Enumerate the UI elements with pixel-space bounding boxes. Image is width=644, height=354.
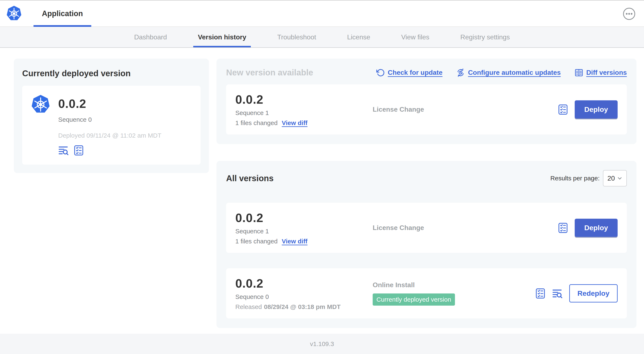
new-version-card: 0.0.2 Sequence 1 1 files changed View di…: [226, 84, 627, 135]
preflight-checklist-icon[interactable]: [535, 288, 546, 299]
chevron-down-icon: [617, 176, 622, 181]
redeploy-button[interactable]: Redeploy: [569, 284, 618, 302]
version-info: 0.0.2 Sequence 1 1 files changed View di…: [235, 92, 373, 127]
version-actions: Redeploy: [535, 284, 618, 302]
version-actions: Deploy: [558, 100, 618, 119]
released-date: 08/29/24 @ 03:18 pm MDT: [264, 303, 341, 310]
page-footer: v1.109.3: [0, 334, 644, 354]
overflow-menu-button[interactable]: [623, 7, 636, 20]
deploy-button[interactable]: Deploy: [575, 219, 618, 237]
deploy-button[interactable]: Deploy: [575, 100, 618, 119]
preflight-checklist-icon[interactable]: [73, 145, 84, 156]
kubernetes-logo-icon: [30, 95, 51, 115]
version-sequence: Sequence 1: [235, 228, 373, 235]
source-label: License Change: [373, 106, 424, 113]
tab-version-history[interactable]: Version history: [193, 27, 251, 47]
version-number: 0.0.2: [235, 92, 373, 106]
new-version-title: New version available: [226, 68, 313, 77]
version-history-page: Application Dashboard Version history Tr…: [0, 0, 644, 354]
tab-registry-settings[interactable]: Registry settings: [456, 27, 514, 47]
configure-automatic-updates-label: Configure automatic updates: [468, 69, 561, 77]
ellipsis-circle-icon: [623, 7, 636, 20]
version-number: 0.0.2: [235, 211, 373, 225]
preflight-checklist-icon[interactable]: [558, 104, 568, 115]
version-source: Online Install Currently deployed versio…: [373, 281, 535, 306]
deployed-timestamp: Deployed 09/11/24 @ 11:02 am MDT: [58, 132, 162, 139]
version-source: License Change: [373, 106, 558, 113]
version-row: 0.0.2 Sequence 1 1 files changed View di…: [226, 203, 627, 253]
released-timestamp: Released08/29/24 @ 03:18 pm MDT: [235, 303, 373, 310]
version-sequence: Sequence 1: [235, 109, 373, 117]
version-sequence: Sequence 0: [235, 293, 373, 300]
tab-view-files[interactable]: View files: [396, 27, 434, 47]
source-label: License Change: [373, 224, 424, 231]
preflight-checklist-icon[interactable]: [558, 222, 568, 233]
deployed-version-number: 0.0.2: [58, 97, 162, 111]
results-per-page-control: Results per page: 20: [550, 170, 627, 186]
version-source: License Change: [373, 224, 558, 232]
currently-deployed-title: Currently deployed version: [22, 69, 200, 78]
version-info: 0.0.2 Sequence 0 Released08/29/24 @ 03:1…: [235, 276, 373, 310]
currently-deployed-card: 0.0.2 Sequence 0 Deployed 09/11/24 @ 11:…: [22, 86, 200, 165]
deployed-card-actions: [58, 145, 162, 156]
tab-label: License: [347, 33, 370, 41]
update-actions: Check for update Configure automatic upd…: [376, 68, 627, 77]
files-changed-row: 1 files changed View diff: [235, 119, 373, 127]
view-diff-link[interactable]: View diff: [282, 119, 308, 127]
results-per-page-select[interactable]: 20: [603, 170, 627, 186]
deployed-version-details: 0.0.2 Sequence 0 Deployed 09/11/24 @ 11:…: [58, 95, 162, 156]
tab-troubleshoot[interactable]: Troubleshoot: [272, 27, 321, 47]
tab-label: Troubleshoot: [277, 33, 316, 41]
tab-label: Dashboard: [134, 33, 167, 41]
diff-icon: [574, 68, 583, 77]
currently-deployed-badge: Currently deployed version: [373, 293, 455, 306]
app-tab-label: Application: [42, 9, 83, 18]
app-tab-active-underline: [34, 25, 91, 27]
configure-automatic-updates-link[interactable]: Configure automatic updates: [456, 68, 561, 77]
source-label: Online Install: [373, 281, 415, 289]
version-number: 0.0.2: [235, 276, 373, 290]
tab-label: View files: [401, 33, 430, 41]
top-bar: Application: [0, 0, 644, 27]
diff-versions-link[interactable]: Diff versions: [574, 68, 627, 77]
console-version: v1.109.3: [310, 340, 334, 347]
version-actions: Deploy: [558, 219, 618, 237]
right-column: New version available Check for update C…: [216, 59, 636, 328]
new-version-panel-head: New version available Check for update C…: [226, 68, 627, 77]
view-logs-icon[interactable]: [58, 145, 69, 156]
tab-license[interactable]: License: [342, 27, 375, 47]
version-info: 0.0.2 Sequence 1 1 files changed View di…: [235, 211, 373, 245]
deployed-sequence: Sequence 0: [58, 116, 162, 123]
diff-versions-label: Diff versions: [586, 69, 627, 77]
tab-label: Version history: [198, 33, 246, 41]
app-tab[interactable]: Application: [34, 1, 91, 26]
all-versions-panel-head: All versions Results per page: 20: [226, 170, 627, 186]
version-rows: 0.0.2 Sequence 1 1 files changed View di…: [226, 196, 627, 318]
view-logs-icon[interactable]: [552, 288, 563, 299]
tab-dashboard[interactable]: Dashboard: [130, 27, 172, 47]
all-versions-title: All versions: [226, 174, 274, 183]
refresh-icon: [376, 68, 385, 77]
tab-label: Registry settings: [460, 33, 510, 41]
view-diff-link[interactable]: View diff: [282, 238, 308, 245]
version-row: 0.0.2 Sequence 0 Released08/29/24 @ 03:1…: [226, 268, 627, 318]
main-content: Currently deployed version 0.0.2 Sequenc…: [0, 48, 644, 334]
app-subnav: Dashboard Version history Troubleshoot L…: [0, 27, 644, 48]
new-version-panel: New version available Check for update C…: [216, 59, 636, 144]
results-per-page-label: Results per page:: [550, 175, 600, 182]
currently-deployed-panel: Currently deployed version 0.0.2 Sequenc…: [14, 59, 209, 173]
all-versions-panel: All versions Results per page: 20: [216, 161, 636, 328]
files-changed-text: 1 files changed: [235, 119, 278, 127]
results-per-page-value: 20: [607, 174, 615, 182]
check-for-update-label: Check for update: [388, 69, 442, 77]
auto-update-clock-icon: [456, 68, 465, 77]
released-prefix: Released: [235, 303, 262, 310]
check-for-update-link[interactable]: Check for update: [376, 68, 442, 77]
kubernetes-logo-icon: [6, 6, 22, 22]
files-changed-row: 1 files changed View diff: [235, 238, 373, 245]
active-tab-underline: [193, 46, 251, 47]
files-changed-text: 1 files changed: [235, 238, 278, 245]
